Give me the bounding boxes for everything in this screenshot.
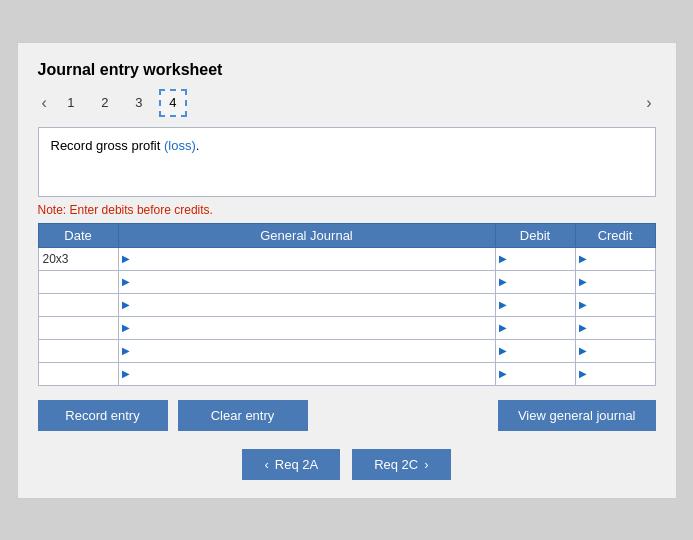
debit-arrow-icon-4: ▶ [496, 345, 510, 356]
debit-input-0[interactable] [510, 248, 575, 270]
record-entry-button[interactable]: Record entry [38, 400, 168, 431]
date-cell-0: 20x3 [38, 247, 118, 270]
debit-cell-5[interactable]: ▶ [495, 362, 575, 385]
credit-arrow-icon-3: ▶ [576, 322, 590, 333]
instruction-text-plain: Record gross profit [51, 138, 164, 153]
credit-input-2[interactable] [590, 294, 655, 316]
gj-cell-5[interactable]: ▶ [118, 362, 495, 385]
gj-cell-0[interactable]: ▶ [118, 247, 495, 270]
credit-arrow-icon-4: ▶ [576, 345, 590, 356]
gj-input-4[interactable] [133, 340, 495, 362]
bottom-nav: ‹ Req 2A Req 2C › [38, 449, 656, 480]
gj-cell-1[interactable]: ▶ [118, 270, 495, 293]
journal-table: Date General Journal Debit Credit 20x3▶▶… [38, 223, 656, 386]
gj-arrow-icon-0: ▶ [119, 253, 133, 264]
debit-input-4[interactable] [510, 340, 575, 362]
gj-input-5[interactable] [133, 363, 495, 385]
debit-input-2[interactable] [510, 294, 575, 316]
prev-req-button[interactable]: ‹ Req 2A [242, 449, 340, 480]
gj-cell-2[interactable]: ▶ [118, 293, 495, 316]
page-title: Journal entry worksheet [38, 61, 656, 79]
debit-arrow-icon-5: ▶ [496, 368, 510, 379]
debit-cell-0[interactable]: ▶ [495, 247, 575, 270]
col-header-gj: General Journal [118, 223, 495, 247]
col-header-date: Date [38, 223, 118, 247]
date-cell-5 [38, 362, 118, 385]
debit-cell-3[interactable]: ▶ [495, 316, 575, 339]
debit-cell-4[interactable]: ▶ [495, 339, 575, 362]
next-req-button[interactable]: Req 2C › [352, 449, 450, 480]
debit-arrow-icon-1: ▶ [496, 276, 510, 287]
credit-cell-5[interactable]: ▶ [575, 362, 655, 385]
credit-cell-3[interactable]: ▶ [575, 316, 655, 339]
gj-input-1[interactable] [133, 271, 495, 293]
debit-input-5[interactable] [510, 363, 575, 385]
nav-prev-arrow[interactable]: ‹ [38, 94, 51, 112]
main-container: Journal entry worksheet ‹ 1 2 3 4 › Reco… [17, 42, 677, 499]
credit-input-5[interactable] [590, 363, 655, 385]
credit-arrow-icon-1: ▶ [576, 276, 590, 287]
table-row: ▶▶▶ [38, 293, 655, 316]
credit-input-3[interactable] [590, 317, 655, 339]
date-cell-4 [38, 339, 118, 362]
table-row: ▶▶▶ [38, 362, 655, 385]
nav-step-2[interactable]: 2 [91, 89, 119, 117]
table-row: ▶▶▶ [38, 316, 655, 339]
debit-cell-2[interactable]: ▶ [495, 293, 575, 316]
nav-step-1[interactable]: 1 [57, 89, 85, 117]
nav-step-4[interactable]: 4 [159, 89, 187, 117]
credit-arrow-icon-0: ▶ [576, 253, 590, 264]
gj-input-0[interactable] [133, 248, 495, 270]
clear-entry-button[interactable]: Clear entry [178, 400, 308, 431]
gj-arrow-icon-3: ▶ [119, 322, 133, 333]
gj-input-3[interactable] [133, 317, 495, 339]
credit-arrow-icon-2: ▶ [576, 299, 590, 310]
gj-input-2[interactable] [133, 294, 495, 316]
prev-req-label: Req 2A [275, 457, 318, 472]
gj-arrow-icon-4: ▶ [119, 345, 133, 356]
credit-cell-1[interactable]: ▶ [575, 270, 655, 293]
date-cell-3 [38, 316, 118, 339]
prev-arrow-icon: ‹ [264, 457, 268, 472]
gj-cell-3[interactable]: ▶ [118, 316, 495, 339]
credit-cell-4[interactable]: ▶ [575, 339, 655, 362]
credit-cell-0[interactable]: ▶ [575, 247, 655, 270]
credit-input-0[interactable] [590, 248, 655, 270]
next-req-label: Req 2C [374, 457, 418, 472]
col-header-credit: Credit [575, 223, 655, 247]
view-journal-button[interactable]: View general journal [498, 400, 656, 431]
instruction-box: Record gross profit (loss). [38, 127, 656, 197]
nav-next-arrow[interactable]: › [642, 94, 655, 112]
date-cell-1 [38, 270, 118, 293]
instruction-text-link[interactable]: (loss) [164, 138, 196, 153]
debit-input-1[interactable] [510, 271, 575, 293]
action-buttons: Record entry Clear entry View general jo… [38, 400, 656, 431]
step-nav: ‹ 1 2 3 4 › [38, 89, 656, 117]
debit-arrow-icon-0: ▶ [496, 253, 510, 264]
gj-arrow-icon-2: ▶ [119, 299, 133, 310]
col-header-debit: Debit [495, 223, 575, 247]
date-cell-2 [38, 293, 118, 316]
table-row: ▶▶▶ [38, 339, 655, 362]
gj-arrow-icon-1: ▶ [119, 276, 133, 287]
credit-input-1[interactable] [590, 271, 655, 293]
table-row: 20x3▶▶▶ [38, 247, 655, 270]
gj-arrow-icon-5: ▶ [119, 368, 133, 379]
note-text: Note: Enter debits before credits. [38, 203, 656, 217]
credit-input-4[interactable] [590, 340, 655, 362]
credit-arrow-icon-5: ▶ [576, 368, 590, 379]
nav-step-3[interactable]: 3 [125, 89, 153, 117]
table-row: ▶▶▶ [38, 270, 655, 293]
debit-input-3[interactable] [510, 317, 575, 339]
debit-arrow-icon-2: ▶ [496, 299, 510, 310]
next-arrow-icon: › [424, 457, 428, 472]
instruction-text-end: . [196, 138, 200, 153]
debit-cell-1[interactable]: ▶ [495, 270, 575, 293]
gj-cell-4[interactable]: ▶ [118, 339, 495, 362]
credit-cell-2[interactable]: ▶ [575, 293, 655, 316]
debit-arrow-icon-3: ▶ [496, 322, 510, 333]
